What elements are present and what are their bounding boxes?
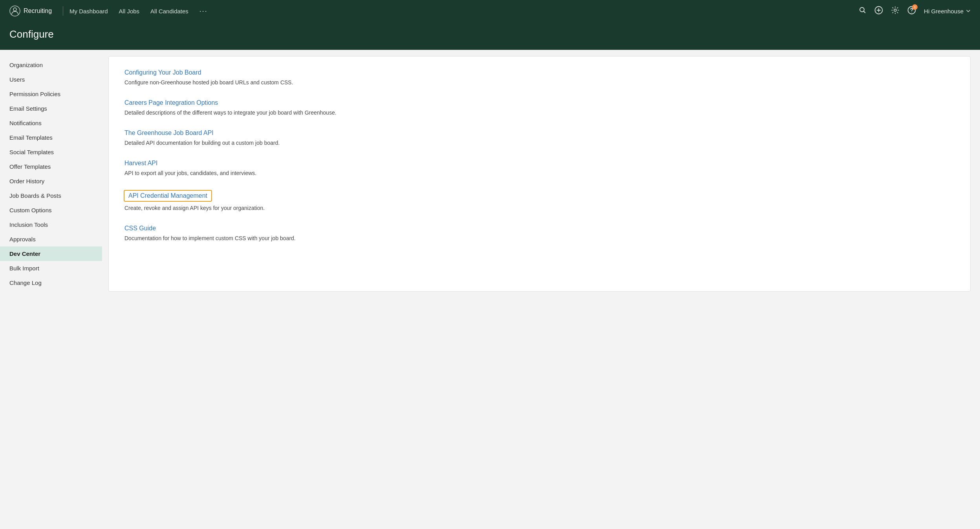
main-content: Configuring Your Job Board Configure non…: [102, 50, 980, 529]
add-icon[interactable]: [874, 6, 883, 16]
sidebar-item-users[interactable]: Users: [0, 72, 102, 87]
sidebar-item-organization[interactable]: Organization: [0, 58, 102, 72]
content-item-5: CSS Guide Documentation for how to imple…: [124, 225, 954, 243]
settings-icon[interactable]: [891, 6, 900, 16]
greenhouse-job-board-api-link[interactable]: The Greenhouse Job Board API: [124, 130, 214, 137]
user-greeting: Hi Greenhouse: [924, 8, 964, 15]
svg-point-1: [13, 8, 16, 11]
sidebar-item-inclusion-tools[interactable]: Inclusion Tools: [0, 217, 102, 232]
api-credential-management-link[interactable]: API Credential Management: [124, 190, 212, 202]
svg-point-4: [894, 9, 896, 11]
careers-page-link[interactable]: Careers Page Integration Options: [124, 99, 218, 106]
sidebar-item-offer-templates[interactable]: Offer Templates: [0, 159, 102, 174]
content-item-4: API Credential Management Create, revoke…: [124, 190, 954, 212]
sidebar-item-custom-options[interactable]: Custom Options: [0, 203, 102, 217]
nav-all-candidates[interactable]: All Candidates: [150, 8, 188, 15]
sidebar-item-dev-center[interactable]: Dev Center: [0, 246, 102, 261]
css-guide-link[interactable]: CSS Guide: [124, 225, 156, 232]
app-name: Recruiting: [24, 7, 52, 15]
sidebar-item-email-settings[interactable]: Email Settings: [0, 101, 102, 116]
app-logo[interactable]: Recruiting: [9, 5, 52, 16]
sidebar-item-bulk-import[interactable]: Bulk Import: [0, 261, 102, 275]
nav-more-menu[interactable]: ···: [199, 7, 208, 15]
nav-divider: [63, 6, 63, 16]
content-item-3: Harvest API API to export all your jobs,…: [124, 160, 954, 177]
notification-badge-count: 1: [912, 4, 918, 10]
api-credential-management-desc: Create, revoke and assign API keys for y…: [124, 204, 954, 212]
greenhouse-job-board-api-desc: Detailed API documentation for building …: [124, 139, 954, 147]
content-card: Configuring Your Job Board Configure non…: [108, 56, 971, 292]
harvest-api-link[interactable]: Harvest API: [124, 160, 157, 167]
main-layout: Organization Users Permission Policies E…: [0, 50, 980, 529]
careers-page-desc: Detailed descriptions of the different w…: [124, 109, 954, 117]
sidebar-item-order-history[interactable]: Order History: [0, 174, 102, 188]
sidebar-item-permission-policies[interactable]: Permission Policies: [0, 87, 102, 101]
page-header: Configure: [0, 22, 980, 50]
sidebar-item-change-log[interactable]: Change Log: [0, 275, 102, 290]
configuring-job-board-link[interactable]: Configuring Your Job Board: [124, 69, 201, 76]
search-icon[interactable]: [859, 6, 867, 16]
sidebar: Organization Users Permission Policies E…: [0, 50, 102, 529]
page-title: Configure: [9, 28, 971, 40]
sidebar-item-notifications[interactable]: Notifications: [0, 116, 102, 130]
sidebar-item-job-boards-posts[interactable]: Job Boards & Posts: [0, 188, 102, 203]
svg-point-6: [911, 12, 912, 13]
content-item-2: The Greenhouse Job Board API Detailed AP…: [124, 130, 954, 147]
css-guide-desc: Documentation for how to implement custo…: [124, 234, 954, 243]
content-item-0: Configuring Your Job Board Configure non…: [124, 69, 954, 87]
content-item-1: Careers Page Integration Options Detaile…: [124, 99, 954, 117]
user-menu[interactable]: Hi Greenhouse: [924, 8, 971, 15]
nav-all-jobs[interactable]: All Jobs: [119, 8, 140, 15]
nav-right: 1 Hi Greenhouse: [859, 6, 971, 16]
sidebar-item-email-templates[interactable]: Email Templates: [0, 130, 102, 145]
sidebar-item-social-templates[interactable]: Social Templates: [0, 145, 102, 159]
svg-point-2: [860, 7, 864, 12]
help-icon[interactable]: 1: [907, 6, 916, 16]
nav-links: My Dashboard All Jobs All Candidates ···: [69, 7, 859, 15]
nav-my-dashboard[interactable]: My Dashboard: [69, 8, 108, 15]
harvest-api-desc: API to export all your jobs, candidates,…: [124, 169, 954, 177]
configuring-job-board-desc: Configure non-Greenhouse hosted job boar…: [124, 78, 954, 87]
top-nav: Recruiting My Dashboard All Jobs All Can…: [0, 0, 980, 22]
sidebar-item-approvals[interactable]: Approvals: [0, 232, 102, 246]
